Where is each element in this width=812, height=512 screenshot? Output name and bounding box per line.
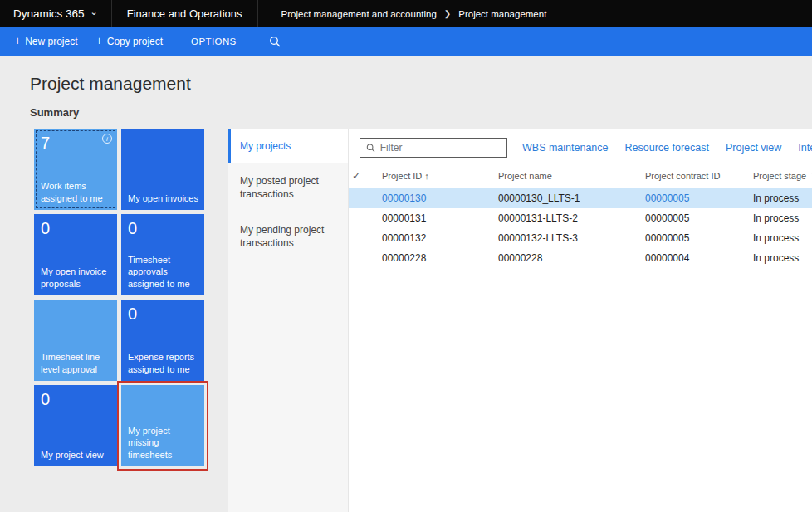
module-title[interactable]: Finance and Operations xyxy=(112,0,257,27)
search-button[interactable] xyxy=(269,36,281,47)
grid-links: WBS maintenance Resource forecast Projec… xyxy=(507,142,812,154)
column-project-contract-id[interactable]: Project contract ID xyxy=(642,165,750,188)
breadcrumb: Project management and accounting ❯ Proj… xyxy=(281,9,547,19)
divider xyxy=(257,0,258,27)
copy-project-label: Copy project xyxy=(107,36,163,47)
row-select-cell[interactable] xyxy=(349,208,379,228)
summary-section-label: Summary xyxy=(30,106,812,119)
search-icon xyxy=(269,36,281,47)
column-project-id[interactable]: Project ID↑ xyxy=(379,165,495,188)
project-id-cell[interactable]: 00000131 xyxy=(379,208,495,228)
projects-panel: My projects My posted project transactio… xyxy=(228,129,812,512)
summary-tiles: 7 i Work items assigned to me My open in… xyxy=(34,129,203,512)
tile-expense-reports[interactable]: 0 Expense reports assigned to me xyxy=(121,300,204,381)
filter-input[interactable] xyxy=(380,142,501,154)
tile-count: 0 xyxy=(41,390,110,408)
project-name-cell: 00000131-LLTS-2 xyxy=(495,208,642,228)
project-id-cell[interactable]: 00000130 xyxy=(379,188,495,209)
tile-my-open-invoices[interactable]: My open invoices xyxy=(121,129,204,210)
top-navigation-bar: Dynamics 365 ⌄ Finance and Operations Pr… xyxy=(0,0,812,27)
new-project-label: New project xyxy=(25,36,77,47)
tile-timesheet-line-level-approval[interactable]: Timesheet line level approval xyxy=(34,300,117,381)
wbs-maintenance-link[interactable]: WBS maintenance xyxy=(522,142,609,154)
tile-label: My project view xyxy=(41,449,113,461)
tile-timesheet-approvals[interactable]: 0 Timesheet approvals assigned to me xyxy=(121,214,204,295)
project-id-cell[interactable]: 00000228 xyxy=(379,248,495,268)
tile-my-open-invoice-proposals[interactable]: 0 My open invoice proposals xyxy=(34,214,117,295)
tile-count: 7 xyxy=(41,134,110,152)
tab-my-projects[interactable]: My projects xyxy=(228,129,348,163)
plus-icon: + xyxy=(14,34,21,47)
tile-count: 0 xyxy=(41,219,110,237)
chevron-down-icon: ⌄ xyxy=(90,7,98,17)
project-stage-cell: In process xyxy=(750,188,812,209)
row-select-cell[interactable] xyxy=(349,188,379,209)
action-bar: + New project + Copy project OPTIONS xyxy=(0,27,812,56)
tile-count: 0 xyxy=(128,305,198,323)
filter-box[interactable] xyxy=(360,138,507,158)
projects-table: ✓ Project ID↑ Project name Project contr… xyxy=(349,165,812,268)
tile-label: Timesheet line level approval xyxy=(41,351,113,375)
info-icon[interactable]: i xyxy=(102,134,112,144)
contract-id-cell[interactable]: 00000005 xyxy=(642,188,750,209)
column-project-name[interactable]: Project name xyxy=(495,165,642,188)
vertical-tab-list: My projects My posted project transactio… xyxy=(228,129,349,512)
column-project-stage[interactable]: Project stage xyxy=(750,165,812,188)
table-row[interactable]: 00000131 00000131-LLTS-2 00000005 In pro… xyxy=(349,208,812,228)
tile-label: Timesheet approvals assigned to me xyxy=(128,254,200,290)
sort-ascending-icon: ↑ xyxy=(424,171,429,181)
table-header-row: ✓ Project ID↑ Project name Project contr… xyxy=(349,165,812,188)
table-row[interactable]: 00000132 00000132-LLTS-3 00000005 In pro… xyxy=(349,228,812,248)
project-name-cell: 00000132-LLTS-3 xyxy=(495,228,642,248)
project-id-cell[interactable]: 00000132 xyxy=(379,228,495,248)
page-body: Project management Summary 7 i Work item… xyxy=(0,56,812,512)
copy-project-button[interactable]: + Copy project xyxy=(87,27,173,56)
tile-label: Expense reports assigned to me xyxy=(128,351,200,375)
project-name-cell: 00000130_LLTS-1 xyxy=(495,188,642,209)
project-stage-cell: In process xyxy=(750,208,812,228)
tile-my-project-missing-timesheets[interactable]: My project missing timesheets xyxy=(121,385,204,466)
row-select-cell[interactable] xyxy=(349,248,379,268)
project-stage-cell: In process xyxy=(750,248,812,268)
project-view-link[interactable]: Project view xyxy=(726,142,781,154)
intelligence-link[interactable]: Intelligence xyxy=(798,142,812,154)
breadcrumb-module[interactable]: Project management and accounting xyxy=(281,9,437,19)
app-launcher[interactable]: Dynamics 365 ⌄ xyxy=(0,0,111,27)
plus-icon: + xyxy=(96,34,103,47)
tile-label: Work items assigned to me xyxy=(41,180,113,204)
contract-id-cell[interactable]: 00000005 xyxy=(642,228,750,248)
tile-label: My project missing timesheets xyxy=(128,425,200,461)
tab-my-pending-project-transactions[interactable]: My pending project transactions xyxy=(228,212,348,261)
resource-forecast-link[interactable]: Resource forecast xyxy=(625,142,709,154)
tile-label: My open invoice proposals xyxy=(41,266,113,290)
breadcrumb-page[interactable]: Project management xyxy=(458,9,546,19)
project-stage-cell: In process xyxy=(750,228,812,248)
table-row[interactable]: 00000228 00000228 00000004 In process xyxy=(349,248,812,268)
projects-grid-area: WBS maintenance Resource forecast Projec… xyxy=(349,129,812,512)
tile-label: My open invoices xyxy=(128,193,200,204)
tile-count: 0 xyxy=(128,219,198,237)
contract-id-cell[interactable]: 00000005 xyxy=(642,208,750,228)
contract-id-cell[interactable]: 00000004 xyxy=(642,248,750,268)
check-icon: ✓ xyxy=(352,170,360,182)
table-row[interactable]: 00000130 00000130_LLTS-1 00000005 In pro… xyxy=(349,188,812,209)
select-all-header[interactable]: ✓ xyxy=(349,165,379,188)
project-name-cell: 00000228 xyxy=(495,248,642,268)
search-icon xyxy=(366,143,375,153)
app-title: Dynamics 365 xyxy=(13,7,85,20)
grid-toolbar: WBS maintenance Resource forecast Projec… xyxy=(349,129,812,165)
tab-my-posted-project-transactions[interactable]: My posted project transactions xyxy=(228,163,348,212)
options-menu-button[interactable]: OPTIONS xyxy=(182,27,246,56)
page-title: Project management xyxy=(30,74,812,94)
chevron-right-icon: ❯ xyxy=(444,9,451,18)
row-select-cell[interactable] xyxy=(349,228,379,248)
tile-work-items-assigned[interactable]: 7 i Work items assigned to me xyxy=(34,129,117,210)
tile-my-project-view[interactable]: 0 My project view xyxy=(34,385,117,466)
new-project-button[interactable]: + New project xyxy=(5,27,87,56)
